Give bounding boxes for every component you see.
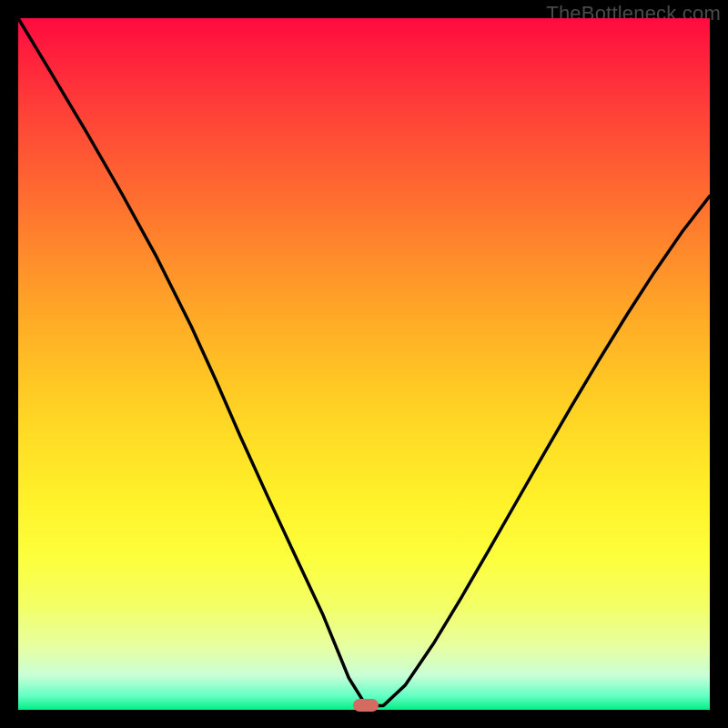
curve-path — [18, 18, 710, 705]
bottleneck-curve — [18, 18, 710, 710]
chart-plot-area — [18, 18, 710, 710]
chart-frame: TheBottleneck.com — [0, 0, 728, 728]
optimal-point-marker — [353, 699, 379, 712]
